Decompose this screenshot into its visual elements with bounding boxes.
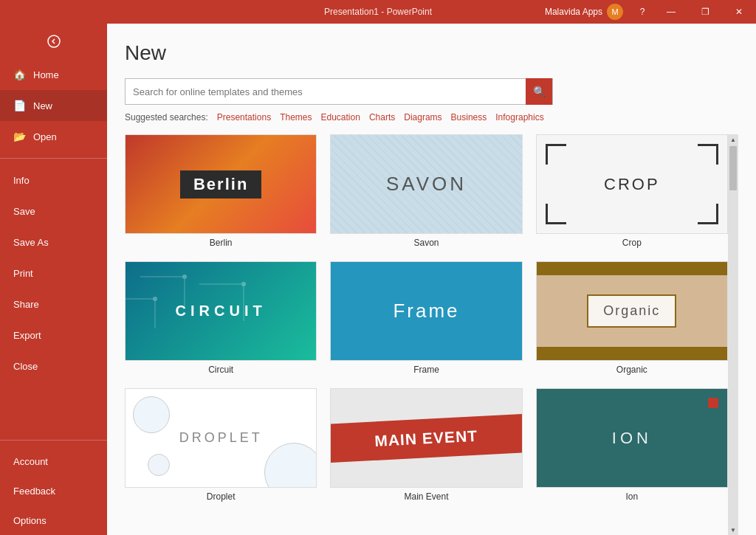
crop-corner-tl xyxy=(546,144,566,165)
home-icon: 🏠 xyxy=(13,69,26,80)
content-area: New 🔍 Suggested searches: Presentations … xyxy=(107,24,756,535)
droplet-bubble-2 xyxy=(133,396,170,433)
templates-area[interactable]: Berlin Berlin SAVON Savon xyxy=(125,134,737,535)
maximize-button[interactable]: ❐ xyxy=(688,0,722,24)
template-name-main-event: Main Event xyxy=(404,491,448,502)
template-thumb-droplet: DROPLET xyxy=(125,388,317,488)
template-circuit[interactable]: CIRCUIT Circuit xyxy=(125,261,317,375)
template-savon[interactable]: SAVON Savon xyxy=(330,134,522,248)
sidebar-item-account[interactable]: Account xyxy=(0,446,107,476)
search-button[interactable]: 🔍 xyxy=(526,78,552,105)
suggested-link-charts[interactable]: Charts xyxy=(369,112,395,122)
template-droplet[interactable]: DROPLET Droplet xyxy=(125,388,317,502)
sidebar-item-feedback[interactable]: Feedback xyxy=(0,476,107,505)
template-frame[interactable]: Frame Frame xyxy=(330,261,522,375)
sidebar-item-close[interactable]: Close xyxy=(0,351,107,382)
sidebar-item-home[interactable]: 🏠 Home xyxy=(0,59,107,90)
crop-corner-bl xyxy=(546,204,566,224)
template-name-crop: Crop xyxy=(622,238,642,248)
template-crop[interactable]: CROP Crop xyxy=(536,134,728,248)
template-ion[interactable]: ION Ion xyxy=(536,388,728,502)
template-thumb-crop: CROP xyxy=(536,134,728,234)
suggested-label: Suggested searches: xyxy=(125,112,208,122)
suggested-link-education[interactable]: Education xyxy=(321,112,360,122)
template-thumb-organic: Organic xyxy=(536,261,728,361)
organic-label: Organic xyxy=(587,294,676,328)
search-box: 🔍 xyxy=(125,78,553,105)
sidebar-label-feedback: Feedback xyxy=(13,486,55,497)
svg-point-7 xyxy=(182,275,187,279)
template-name-savon: Savon xyxy=(413,238,439,248)
sidebar-label-export: Export xyxy=(13,330,41,341)
template-name-berlin: Berlin xyxy=(210,238,233,248)
organic-stripe-bot xyxy=(537,347,727,360)
circuit-label: CIRCUIT xyxy=(176,303,267,320)
template-thumb-circuit: CIRCUIT xyxy=(125,261,317,361)
sidebar-label-options: Options xyxy=(13,515,47,526)
avatar: M xyxy=(607,4,623,20)
sidebar-label-open: Open xyxy=(33,131,57,142)
back-button[interactable] xyxy=(0,24,107,59)
sidebar-item-export[interactable]: Export xyxy=(0,320,107,351)
scrollbar[interactable]: ▲ ▼ xyxy=(728,134,738,535)
frame-label: Frame xyxy=(393,300,459,322)
organic-stripe-top xyxy=(537,262,727,275)
crop-corner-br xyxy=(698,204,718,224)
user-info: Malavida Apps M xyxy=(537,4,630,20)
help-button[interactable]: ? xyxy=(630,0,654,24)
template-name-frame: Frame xyxy=(413,365,439,375)
sidebar: 🏠 Home 📄 New 📂 Open Info Save Save As Pr… xyxy=(0,24,107,535)
sidebar-item-info[interactable]: Info xyxy=(0,165,107,196)
suggested-link-infographics[interactable]: Infographics xyxy=(495,112,543,122)
scroll-thumb[interactable] xyxy=(729,146,737,190)
sidebar-item-save-as[interactable]: Save As xyxy=(0,227,107,258)
droplet-bubble-1 xyxy=(264,443,317,488)
sidebar-item-print[interactable]: Print xyxy=(0,258,107,289)
savon-label: SAVON xyxy=(386,173,467,196)
scroll-down-arrow[interactable]: ▼ xyxy=(728,525,738,535)
template-name-ion: Ion xyxy=(625,491,638,502)
template-main-event[interactable]: MAIN EVENT Main Event xyxy=(330,388,522,502)
minimize-button[interactable]: — xyxy=(654,0,688,24)
suggested-searches: Suggested searches: Presentations Themes… xyxy=(125,112,738,122)
sidebar-item-open[interactable]: 📂 Open xyxy=(0,121,107,152)
app-body: 🏠 Home 📄 New 📂 Open Info Save Save As Pr… xyxy=(0,24,756,535)
template-name-organic: Organic xyxy=(616,365,647,375)
svg-point-8 xyxy=(153,297,157,301)
template-organic[interactable]: Organic Organic xyxy=(536,261,728,375)
main-event-stripe: MAIN EVENT xyxy=(330,413,522,463)
sidebar-divider-1 xyxy=(0,158,107,159)
new-icon: 📄 xyxy=(13,100,26,111)
sidebar-bottom: Account Feedback Options xyxy=(0,434,107,535)
suggested-link-themes[interactable]: Themes xyxy=(280,112,312,122)
crop-label: CROP xyxy=(604,175,660,194)
sidebar-label-print: Print xyxy=(13,268,33,279)
suggested-link-diagrams[interactable]: Diagrams xyxy=(404,112,441,122)
sidebar-item-share[interactable]: Share xyxy=(0,289,107,320)
crop-corner-tr xyxy=(698,144,718,165)
main-event-label: MAIN EVENT xyxy=(374,427,478,449)
search-input[interactable] xyxy=(126,79,526,104)
suggested-link-presentations[interactable]: Presentations xyxy=(217,112,271,122)
sidebar-item-options[interactable]: Options xyxy=(0,505,107,535)
username: Malavida Apps xyxy=(545,7,602,17)
sidebar-label-save-as: Save As xyxy=(13,237,49,248)
search-row: 🔍 xyxy=(125,78,738,105)
sidebar-label-account: Account xyxy=(13,456,48,467)
sidebar-divider-2 xyxy=(0,440,107,441)
page-title: New xyxy=(125,41,738,65)
template-name-circuit: Circuit xyxy=(208,365,233,375)
window-controls: Malavida Apps M ? — ❐ ✕ xyxy=(537,0,756,24)
templates-grid: Berlin Berlin SAVON Savon xyxy=(125,134,728,517)
template-thumb-main-event: MAIN EVENT xyxy=(330,388,522,488)
berlin-label: Berlin xyxy=(180,170,261,199)
sidebar-item-save[interactable]: Save xyxy=(0,196,107,227)
close-button[interactable]: ✕ xyxy=(722,0,756,24)
open-icon: 📂 xyxy=(13,131,26,142)
sidebar-label-close: Close xyxy=(13,361,38,372)
suggested-link-business[interactable]: Business xyxy=(451,112,487,122)
sidebar-item-new[interactable]: 📄 New xyxy=(0,90,107,121)
template-berlin[interactable]: Berlin Berlin xyxy=(125,134,317,248)
scroll-up-arrow[interactable]: ▲ xyxy=(728,134,738,145)
content-inner: New 🔍 Suggested searches: Presentations … xyxy=(107,24,756,535)
